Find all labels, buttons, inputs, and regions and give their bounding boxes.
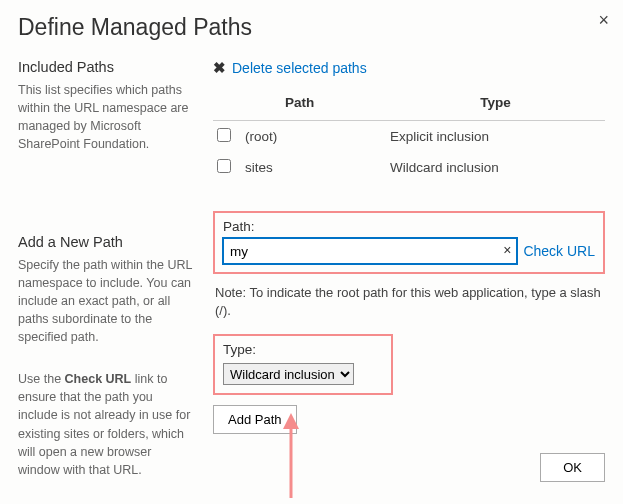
paths-table: Path Type (root) Explicit inclusion site… — [213, 87, 605, 183]
row-checkbox[interactable] — [217, 159, 231, 173]
path-note: Note: To indicate the root path for this… — [215, 284, 603, 320]
row-checkbox[interactable] — [217, 128, 231, 142]
path-highlight-box: Path: × Check URL — [213, 211, 605, 274]
dialog-title: Define Managed Paths — [0, 0, 623, 41]
add-path-desc-2: Use the Check URL link to ensure that th… — [18, 370, 195, 479]
col-path-header: Path — [241, 87, 386, 121]
delete-selected-paths-link[interactable]: ✖ Delete selected paths — [213, 59, 367, 77]
row-type: Wildcard inclusion — [386, 152, 605, 183]
type-select[interactable]: Wildcard inclusion — [223, 363, 354, 385]
delete-icon: ✖ — [213, 59, 226, 77]
included-paths-heading: Included Paths — [18, 59, 195, 75]
add-path-desc-1: Specify the path within the URL namespac… — [18, 256, 195, 347]
type-label: Type: — [223, 342, 383, 357]
col-type-header: Type — [386, 87, 605, 121]
path-label: Path: — [223, 219, 595, 234]
add-path-button[interactable]: Add Path — [213, 405, 297, 434]
add-path-heading: Add a New Path — [18, 234, 195, 250]
row-path: sites — [241, 152, 386, 183]
table-row: sites Wildcard inclusion — [213, 152, 605, 183]
path-input[interactable] — [223, 238, 517, 264]
clear-input-icon[interactable]: × — [503, 242, 511, 258]
table-row: (root) Explicit inclusion — [213, 121, 605, 153]
row-type: Explicit inclusion — [386, 121, 605, 153]
delete-link-label: Delete selected paths — [232, 60, 367, 76]
included-paths-desc: This list specifies which paths within t… — [18, 81, 195, 154]
type-highlight-box: Type: Wildcard inclusion — [213, 334, 393, 395]
ok-button[interactable]: OK — [540, 453, 605, 482]
close-icon[interactable]: × — [598, 10, 609, 31]
row-path: (root) — [241, 121, 386, 153]
check-url-link[interactable]: Check URL — [523, 243, 595, 259]
